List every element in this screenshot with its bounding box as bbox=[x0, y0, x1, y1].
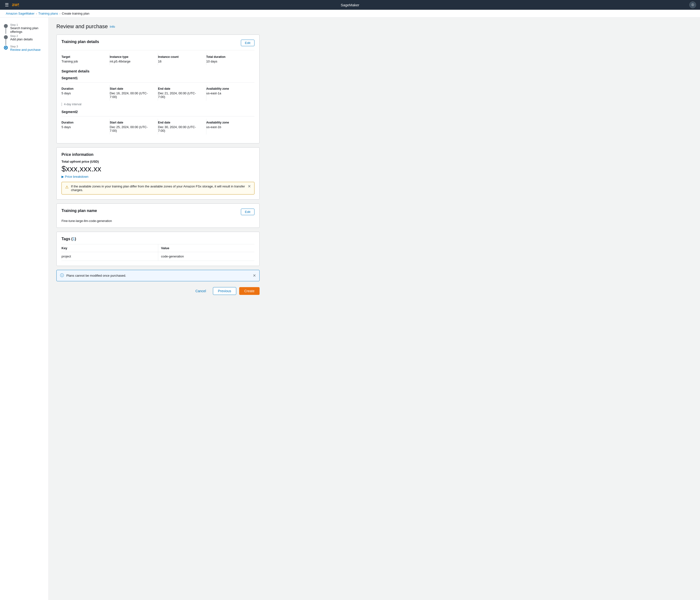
triangle-icon: ▶ bbox=[61, 175, 64, 178]
seg2-end-value: Dec 30, 2024, 00:00 (UTC-7:00) bbox=[158, 125, 203, 132]
instance-type-label: Instance type bbox=[110, 55, 155, 58]
seg2-duration-cell: Duration 5 days bbox=[61, 119, 110, 134]
warning-banner: ⚠ If the available zones in your trainin… bbox=[61, 182, 254, 195]
segment-details-title: Segment details bbox=[61, 69, 254, 73]
target-cell: Target Training job bbox=[61, 53, 110, 65]
breadcrumb: Amazon SageMaker › Training plans › Crea… bbox=[0, 10, 700, 18]
price-information-title: Price information bbox=[61, 152, 254, 157]
step2-connector bbox=[6, 39, 6, 45]
warning-close-button[interactable]: ✕ bbox=[248, 184, 251, 189]
price-information-card: Price information Total upfront price (U… bbox=[56, 147, 259, 200]
breadcrumb-sagemaker-link[interactable]: Amazon SageMaker bbox=[6, 12, 34, 15]
training-plan-name-title: Training plan name bbox=[61, 208, 97, 213]
user-icon[interactable]: ⓪ bbox=[689, 1, 696, 8]
total-duration-value: 10 days bbox=[206, 59, 252, 63]
tag-key-project: project bbox=[61, 252, 158, 261]
step2-indicator bbox=[4, 35, 8, 39]
seg1-duration-label: Duration bbox=[61, 87, 107, 91]
target-value: Training job bbox=[61, 59, 107, 63]
previous-button[interactable]: Previous bbox=[213, 287, 236, 295]
tags-count: 1 bbox=[73, 237, 75, 241]
seg2-end-label: End date bbox=[158, 121, 203, 124]
seg2-start-label: Start date bbox=[110, 121, 155, 124]
step2-title: Add plan details bbox=[10, 38, 33, 41]
top-navigation: ☰ SageMaker ⓪ bbox=[0, 0, 700, 10]
seg2-start-value: Dec 25, 2024, 00:00 (UTC-7:00) bbox=[110, 125, 155, 132]
instance-count-label: Instance count bbox=[158, 55, 203, 58]
step1-title: Search training plan offerings bbox=[10, 26, 45, 33]
seg2-az-value: us-east-1b bbox=[206, 125, 252, 129]
seg1-start-label: Start date bbox=[110, 87, 155, 91]
total-price-value: $xxx,xxx.xx bbox=[61, 164, 254, 173]
seg2-az-cell: Availability zone us-east-1b bbox=[206, 119, 255, 134]
step1-connector bbox=[6, 28, 6, 34]
seg1-az-cell: Availability zone us-east-1a bbox=[206, 85, 255, 101]
page-title: Review and purchase bbox=[56, 23, 108, 30]
total-price-label: Total upfront price (USD) bbox=[61, 160, 254, 164]
notification-close-button[interactable]: ✕ bbox=[253, 274, 256, 278]
aws-logo bbox=[12, 1, 19, 8]
training-plan-details-edit-button[interactable]: Edit bbox=[241, 40, 254, 46]
seg1-interval-badge: 4-day interval bbox=[61, 103, 254, 106]
info-icon: ⓘ bbox=[60, 273, 64, 278]
breadcrumb-sep-1: › bbox=[36, 12, 37, 15]
seg1-az-label: Availability zone bbox=[206, 87, 252, 91]
plan-name-value: Fine-tune-large-llm-code-generation bbox=[61, 219, 254, 223]
segment2-grid: Duration 5 days Start date Dec 25, 2024,… bbox=[61, 116, 254, 134]
training-plan-details-title: Training plan details bbox=[61, 40, 99, 44]
segment2-block: Segment2 Duration 5 days Start date Dec … bbox=[61, 110, 254, 134]
instance-count-value: 16 bbox=[158, 59, 203, 63]
bottom-actions: Cancel Previous Create bbox=[56, 283, 259, 299]
breadcrumb-sep-2: › bbox=[59, 12, 60, 15]
seg1-duration-value: 5 days bbox=[61, 92, 107, 95]
page-heading: Review and purchase Info bbox=[56, 23, 259, 30]
training-plan-name-card: Training plan name Edit Fine-tune-large-… bbox=[56, 203, 259, 228]
target-label: Target bbox=[61, 55, 107, 58]
tags-card: Tags (1) Key Value project code-generati… bbox=[56, 232, 259, 266]
segment1-title: Segment1 bbox=[61, 76, 254, 80]
breadcrumb-training-plans-link[interactable]: Training plans bbox=[38, 12, 58, 15]
cancel-button[interactable]: Cancel bbox=[192, 287, 210, 295]
seg1-end-label: End date bbox=[158, 87, 203, 91]
step3-title: Review and purchase bbox=[10, 48, 41, 52]
segment1-block: Segment1 Duration 5 days Start date Dec … bbox=[61, 76, 254, 106]
tags-title: Tags (1) bbox=[61, 237, 76, 241]
tags-value-header: Value bbox=[158, 244, 254, 252]
training-plan-details-grid: Target Training job Instance type ml.p5.… bbox=[61, 50, 254, 65]
tags-table: Key Value project code-generation bbox=[61, 244, 254, 261]
tags-header: Tags (1) bbox=[61, 237, 254, 241]
step1-label: Step 1 bbox=[10, 23, 45, 26]
seg2-end-cell: End date Dec 30, 2024, 00:00 (UTC-7:00) bbox=[158, 119, 206, 134]
create-button[interactable]: Create bbox=[239, 287, 259, 295]
info-link[interactable]: Info bbox=[110, 25, 115, 28]
total-duration-cell: Total duration 10 days bbox=[206, 53, 255, 65]
app-title: SageMaker bbox=[341, 3, 359, 7]
tag-value-project: code-generation bbox=[158, 252, 254, 261]
table-row: project code-generation bbox=[61, 252, 254, 261]
seg2-az-label: Availability zone bbox=[206, 121, 252, 124]
seg1-start-cell: Start date Dec 16, 2024, 00:00 (UTC-7:00… bbox=[110, 85, 158, 101]
price-breakdown-label: Price breakdown bbox=[65, 175, 89, 178]
training-plan-name-edit-button[interactable]: Edit bbox=[241, 208, 254, 215]
warning-icon: ⚠ bbox=[65, 185, 69, 190]
seg2-duration-value: 5 days bbox=[61, 125, 107, 129]
hamburger-menu-button[interactable]: ☰ bbox=[4, 1, 10, 8]
instance-count-cell: Instance count 16 bbox=[158, 53, 206, 65]
step3-indicator bbox=[4, 46, 8, 50]
instance-type-value: ml.p5.48xlarge bbox=[110, 59, 155, 63]
price-breakdown-link[interactable]: ▶ Price breakdown bbox=[61, 175, 254, 178]
sidebar: Step 1 Search training plan offerings St… bbox=[0, 18, 49, 600]
info-notification: ⓘ Plans cannot be modified once purchase… bbox=[56, 270, 259, 281]
notification-text: Plans cannot be modified once purchased. bbox=[66, 274, 126, 277]
segment1-grid: Duration 5 days Start date Dec 16, 2024,… bbox=[61, 82, 254, 101]
instance-type-cell: Instance type ml.p5.48xlarge bbox=[110, 53, 158, 65]
main-content: Review and purchase Info Training plan d… bbox=[49, 18, 267, 600]
step1-indicator bbox=[4, 24, 8, 28]
seg1-duration-cell: Duration 5 days bbox=[61, 85, 110, 101]
tags-key-header: Key bbox=[61, 244, 158, 252]
total-duration-label: Total duration bbox=[206, 55, 252, 58]
breadcrumb-current: Create training plan bbox=[62, 12, 89, 15]
seg1-start-value: Dec 16, 2024, 00:00 (UTC-7:00) bbox=[110, 92, 155, 99]
segment2-title: Segment2 bbox=[61, 110, 254, 114]
training-plan-details-card: Training plan details Edit Target Traini… bbox=[56, 34, 259, 144]
